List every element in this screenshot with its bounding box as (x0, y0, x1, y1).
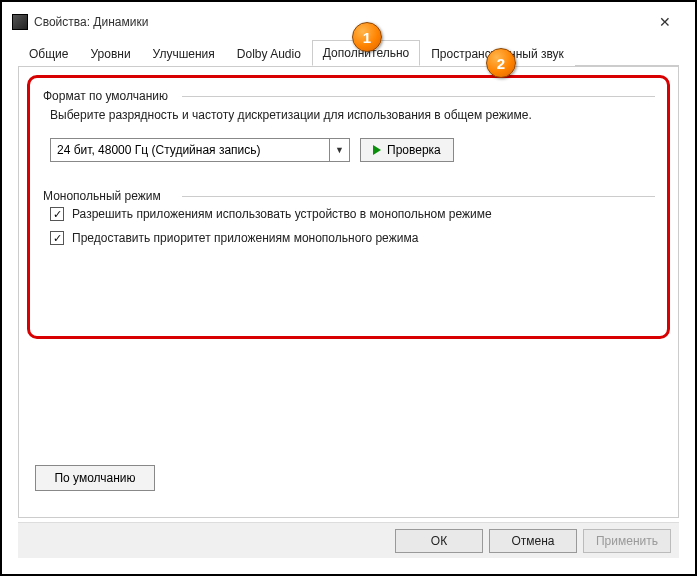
divider (182, 96, 655, 97)
group-default-format: Формат по умолчанию Выберите разрядность… (42, 86, 655, 162)
titlebar: Свойства: Динамики ✕ (8, 8, 689, 36)
callout-2: 2 (486, 48, 516, 78)
tab-dolby[interactable]: Dolby Audio (226, 40, 312, 66)
group-exclusive-mode: Монопольный режим ✓ Разрешить приложения… (42, 186, 655, 245)
checkbox-priority-exclusive[interactable]: ✓ (50, 231, 64, 245)
speaker-icon (12, 14, 28, 30)
group-title-exclusive: Монопольный режим (40, 189, 164, 203)
ok-button[interactable]: ОК (395, 529, 483, 553)
callout-1: 1 (352, 22, 382, 52)
format-combobox-value: 24 бит, 48000 Гц (Студийная запись) (57, 143, 261, 157)
group-title-default-format: Формат по умолчанию (40, 89, 171, 103)
default-format-description: Выберите разрядность и частоту дискретиз… (50, 107, 655, 124)
apply-button[interactable]: Применить (583, 529, 671, 553)
tab-enhancements[interactable]: Улучшения (142, 40, 226, 66)
highlight-region: Формат по умолчанию Выберите разрядность… (27, 75, 670, 339)
window-title: Свойства: Динамики (34, 15, 645, 29)
tab-content: Формат по умолчанию Выберите разрядность… (18, 66, 679, 518)
checkbox-priority-label: Предоставить приоритет приложениям моноп… (72, 231, 418, 245)
restore-defaults-button[interactable]: По умолчанию (35, 465, 155, 491)
divider (182, 196, 655, 197)
window: Свойства: Динамики ✕ Общие Уровни Улучше… (8, 8, 689, 568)
test-button-label: Проверка (387, 143, 441, 157)
checkbox-allow-label: Разрешить приложениям использовать устро… (72, 207, 492, 221)
cancel-button[interactable]: Отмена (489, 529, 577, 553)
test-button[interactable]: Проверка (360, 138, 454, 162)
window-frame: Свойства: Динамики ✕ Общие Уровни Улучше… (0, 0, 697, 576)
dialog-footer: ОК Отмена Применить (18, 522, 679, 558)
tabs: Общие Уровни Улучшения Dolby Audio Допол… (18, 38, 679, 66)
checkbox-row-allow[interactable]: ✓ Разрешить приложениям использовать уст… (50, 207, 655, 221)
checkbox-row-priority[interactable]: ✓ Предоставить приоритет приложениям мон… (50, 231, 655, 245)
close-icon: ✕ (659, 14, 671, 30)
chevron-down-icon: ▼ (329, 139, 349, 161)
tab-levels[interactable]: Уровни (79, 40, 141, 66)
play-icon (373, 145, 381, 155)
format-combobox[interactable]: 24 бит, 48000 Гц (Студийная запись) ▼ (50, 138, 350, 162)
checkbox-allow-exclusive[interactable]: ✓ (50, 207, 64, 221)
close-button[interactable]: ✕ (645, 8, 685, 36)
tab-general[interactable]: Общие (18, 40, 79, 66)
